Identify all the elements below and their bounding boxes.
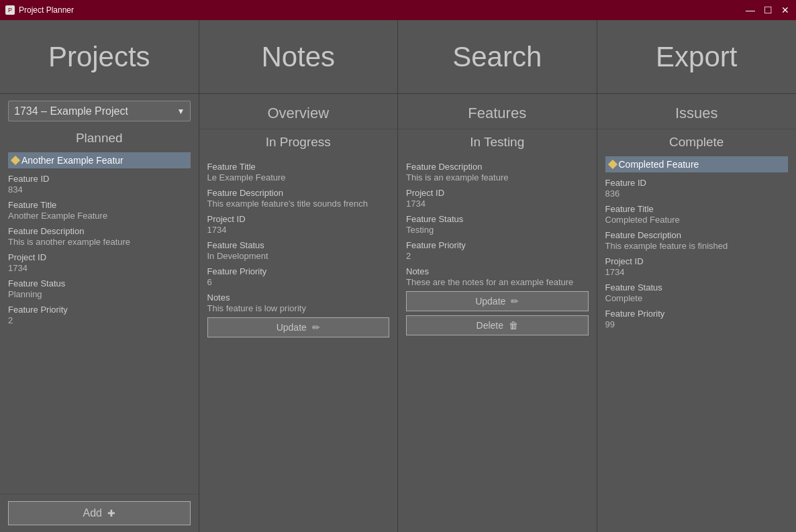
field-value: This feature is low priority: [207, 303, 390, 313]
field-label: Feature Description: [406, 162, 589, 172]
add-button-wrapper: Add ✚: [0, 494, 199, 532]
feature-selected-header[interactable]: Another Example Featur: [8, 152, 191, 168]
field-label: Project ID: [8, 252, 191, 262]
feature-selected-title: Completed Feature: [619, 159, 699, 170]
field-value: 1734: [8, 263, 191, 273]
window-controls[interactable]: — ☐ ✕: [745, 5, 791, 15]
field-label: Project ID: [207, 214, 390, 224]
column-projects: 1734 – Example Project Planned Another E…: [0, 94, 199, 532]
list-item: Feature Description This is an example f…: [406, 162, 589, 335]
field-value: These are the notes for an example featu…: [406, 277, 589, 287]
field-value: This is another example feature: [8, 237, 191, 247]
field-label: Feature Priority: [207, 266, 390, 276]
field-value: 6: [207, 277, 390, 287]
delete-button[interactable]: Delete 🗑: [406, 315, 589, 335]
status-complete: Complete: [597, 129, 797, 152]
status-planned: Planned: [0, 125, 199, 148]
feature-selected-header[interactable]: Completed Feature: [605, 156, 789, 172]
list-item: Feature ID 836 Feature Title Completed F…: [605, 178, 789, 329]
field-label: Feature Status: [8, 278, 191, 288]
field-value: This is an example feature: [406, 172, 589, 182]
field-label: Notes: [406, 266, 589, 276]
field-label: Feature Status: [406, 214, 589, 224]
field-value: 1734: [207, 225, 390, 235]
update-button[interactable]: Update ✏: [406, 291, 589, 311]
field-value: 2: [8, 315, 191, 325]
field-value: 1734: [406, 199, 589, 209]
main-content: 1734 – Example Project Planned Another E…: [0, 94, 796, 532]
field-value: 99: [605, 319, 789, 329]
minimize-button[interactable]: —: [745, 5, 756, 15]
field-value: Planning: [8, 289, 191, 299]
close-button[interactable]: ✕: [780, 5, 791, 15]
top-nav: Projects Notes Search Export: [0, 20, 796, 94]
delete-label: Delete: [477, 320, 503, 331]
nav-export[interactable]: Export: [597, 20, 797, 93]
maximize-button[interactable]: ☐: [762, 5, 773, 15]
planned-feature-list: Another Example Featur Feature ID 834 Fe…: [0, 148, 199, 494]
field-label: Feature ID: [605, 178, 789, 188]
feature-selected-title: Another Example Featur: [21, 155, 123, 166]
update-label: Update: [277, 322, 307, 333]
field-label: Feature Priority: [8, 305, 191, 315]
field-value: This example feature is finished: [605, 241, 789, 251]
edit-icon: ✏: [511, 296, 519, 307]
nav-search[interactable]: Search: [398, 20, 597, 93]
nav-notes[interactable]: Notes: [199, 20, 399, 93]
field-value: Another Example Feature: [8, 211, 191, 221]
field-label: Project ID: [406, 188, 589, 198]
field-value: 1734: [605, 267, 789, 277]
status-in-testing: In Testing: [398, 129, 597, 152]
in-progress-feature-list: Feature Title Le Example Feature Feature…: [199, 152, 398, 532]
diamond-icon: [607, 160, 617, 169]
in-testing-feature-list: Feature Description This is an example f…: [398, 152, 597, 532]
field-label: Feature Priority: [605, 309, 789, 319]
field-value: 836: [605, 189, 789, 199]
update-label: Update: [475, 296, 505, 307]
field-value: Le Example Feature: [207, 172, 390, 182]
col4-header: Issues: [597, 94, 797, 129]
status-in-progress: In Progress: [199, 129, 398, 152]
field-value: 834: [8, 184, 191, 195]
titlebar: P Project Planner — ☐ ✕: [0, 0, 796, 20]
field-value: Complete: [605, 293, 789, 303]
update-button[interactable]: Update ✏: [207, 317, 390, 337]
trash-icon: 🗑: [509, 320, 518, 331]
nav-projects[interactable]: Projects: [0, 20, 199, 93]
project-select-wrapper: 1734 – Example Project: [0, 94, 199, 125]
diamond-icon: [11, 156, 20, 165]
plus-icon: ✚: [107, 508, 115, 519]
add-button[interactable]: Add ✚: [8, 501, 191, 525]
field-value: Testing: [406, 225, 589, 235]
edit-icon: ✏: [312, 322, 320, 333]
field-label: Notes: [207, 292, 390, 303]
field-label: Project ID: [605, 256, 789, 266]
list-item: Feature Title Le Example Feature Feature…: [207, 162, 390, 337]
field-label: Feature ID: [8, 174, 191, 184]
app-title: Project Planner: [19, 5, 74, 15]
field-label: Feature Description: [207, 188, 390, 198]
project-select[interactable]: 1734 – Example Project: [8, 101, 191, 121]
field-label: Feature Status: [207, 240, 390, 250]
field-label: Feature Status: [605, 282, 789, 292]
complete-feature-list: Completed Feature Feature ID 836 Feature…: [597, 152, 797, 532]
field-value: In Development: [207, 251, 390, 261]
field-value: Completed Feature: [605, 215, 789, 225]
app-icon: P: [5, 5, 15, 15]
field-label: Feature Description: [8, 226, 191, 236]
field-label: Feature Priority: [406, 240, 589, 250]
col2-header: Overview: [199, 94, 398, 129]
add-button-label: Add: [83, 507, 102, 519]
column-features: Features In Testing Feature Description …: [398, 94, 597, 532]
field-label: Feature Title: [605, 204, 789, 214]
column-issues: Issues Complete Completed Feature Featur…: [597, 94, 797, 532]
field-label: Feature Title: [8, 200, 191, 210]
field-label: Feature Title: [207, 162, 390, 172]
field-label: Feature Description: [605, 230, 789, 240]
list-item: Feature ID 834 Feature Title Another Exa…: [8, 174, 191, 325]
field-value: This example feature's title sounds fren…: [207, 199, 390, 209]
col3-header: Features: [398, 94, 597, 129]
column-overview: Overview In Progress Feature Title Le Ex…: [199, 94, 399, 532]
field-value: 2: [406, 251, 589, 261]
